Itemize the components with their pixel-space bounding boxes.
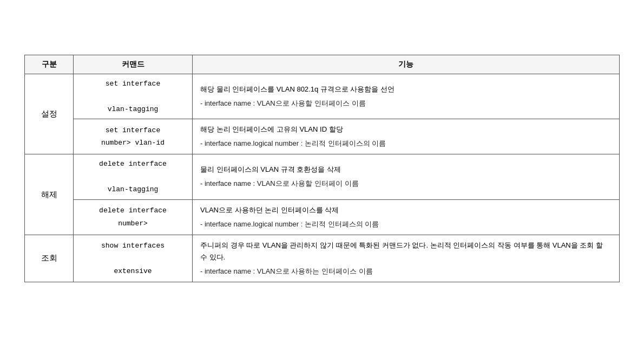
gubun-cell: 설정 xyxy=(25,74,74,154)
function-note-text: - interface name : VLAN으로 사용하는 인터페이스 이름 xyxy=(200,265,612,277)
function-cell: 해당 논리 인터페이스에 고유의 VLAN ID 할당- interface n… xyxy=(193,119,620,154)
command-cell: set interfacenumber> vlan-id xyxy=(74,119,193,154)
command-cell: delete interfacenumber> xyxy=(74,199,193,235)
gubun-cell: 조회 xyxy=(25,235,74,282)
gubun-cell: 해제 xyxy=(25,154,74,235)
function-cell: 해당 물리 인터페이스를 VLAN 802.1q 규격으로 사용함을 선언- i… xyxy=(193,74,620,119)
main-table-container: 구분 커맨드 기능 설정set interfacevlan-tagging해당 … xyxy=(24,55,620,282)
function-main-text: 해당 물리 인터페이스를 VLAN 802.1q 규격으로 사용함을 선언 xyxy=(200,83,612,95)
function-cell: 물리 인터페이스의 VLAN 규격 호환성을 삭제- interface nam… xyxy=(193,154,620,199)
vlan-command-table: 구분 커맨드 기능 설정set interfacevlan-tagging해당 … xyxy=(24,55,620,282)
header-gubun: 구분 xyxy=(25,55,74,74)
function-cell: 주니퍼의 경우 따로 VLAN을 관리하지 않기 때문에 특화된 커맨드가 없다… xyxy=(193,235,620,282)
command-cell: show interfacesextensive xyxy=(74,235,193,282)
command-cell: delete interfacevlan-tagging xyxy=(74,154,193,199)
function-note-text: - interface name : VLAN으로 사용할 인터페이 이름 xyxy=(200,178,612,190)
function-main-text: VLAN으로 사용하던 논리 인터페이스를 삭제 xyxy=(200,204,612,216)
function-main-text: 해당 논리 인터페이스에 고유의 VLAN ID 할당 xyxy=(200,124,612,135)
table-row: 설정set interfacevlan-tagging해당 물리 인터페이스를 … xyxy=(25,74,620,119)
function-cell: VLAN으로 사용하던 논리 인터페이스를 삭제- interface name… xyxy=(193,199,620,235)
header-command: 커맨드 xyxy=(74,55,193,74)
header-function: 기능 xyxy=(193,55,620,74)
table-row: delete interfacenumber>VLAN으로 사용하던 논리 인터… xyxy=(25,199,620,235)
function-main-text: 주니퍼의 경우 따로 VLAN을 관리하지 않기 때문에 특화된 커맨드가 없다… xyxy=(200,239,612,263)
command-cell: set interfacevlan-tagging xyxy=(74,74,193,119)
table-row: set interfacenumber> vlan-id해당 논리 인터페이스에… xyxy=(25,119,620,154)
function-note-text: - interface name.logical number : 논리적 인터… xyxy=(200,138,612,150)
function-note-text: - interface name.logical number : 논리적 인터… xyxy=(200,218,612,230)
function-note-text: - interface name : VLAN으로 사용할 인터페이스 이름 xyxy=(200,98,612,109)
table-row: 조회show interfacesextensive주니퍼의 경우 따로 VLA… xyxy=(25,235,620,282)
function-main-text: 물리 인터페이스의 VLAN 규격 호환성을 삭제 xyxy=(200,164,612,176)
table-row: 해제delete interfacevlan-tagging물리 인터페이스의 … xyxy=(25,154,620,199)
